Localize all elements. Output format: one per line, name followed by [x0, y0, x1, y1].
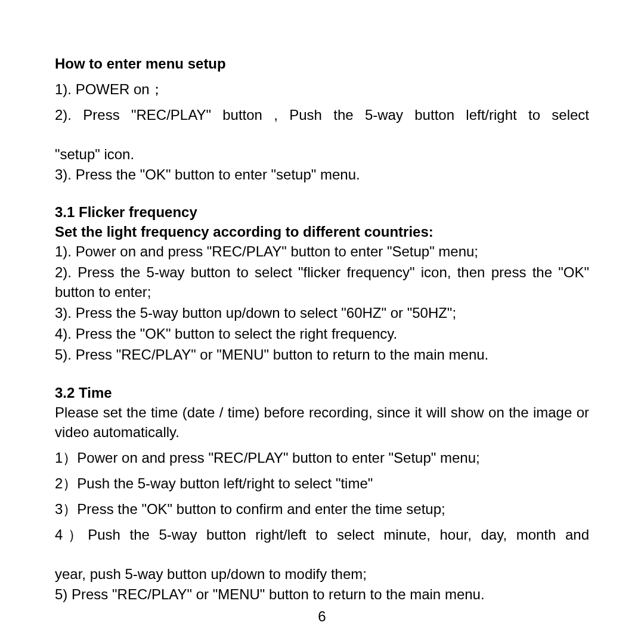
document-content: How to enter menu setup 1). POWER on； 2)…: [55, 54, 589, 604]
section3-step4: 4）Push the 5-way button right/left to se…: [55, 525, 589, 584]
section1-step2: 2). Press "REC/PLAY" button , Push the 5…: [55, 105, 589, 164]
section3-heading: 3.2 Time: [55, 383, 589, 402]
section3-step1: 1）Power on and press "REC/PLAY" button t…: [55, 448, 589, 467]
section3-step5: 5) Press "REC/PLAY" or "MENU" button to …: [55, 584, 589, 604]
page-number: 6: [0, 608, 644, 625]
section1-step2-line1: 2). Press "REC/PLAY" button , Push the 5…: [55, 105, 589, 144]
section3-intro: Please set the time (date / time) before…: [55, 402, 589, 442]
section2-step5: 5). Press "REC/PLAY" or "MENU" button to…: [55, 345, 589, 364]
section2-step1: 1). Power on and press "REC/PLAY" button…: [55, 242, 589, 261]
section3-step2: 2）Push the 5-way button left/right to se…: [55, 473, 589, 493]
section3-step4-line1: 4）Push the 5-way button right/left to se…: [55, 525, 589, 564]
section1-step3: 3). Press the "OK" button to enter "setu…: [55, 165, 589, 184]
section1-heading: How to enter menu setup: [55, 54, 589, 73]
section1-step1: 1). POWER on；: [55, 79, 589, 99]
section2-step2: 2). Press the 5-way button to select "fl…: [55, 262, 589, 302]
section2-subheading: Set the light frequency according to dif…: [55, 222, 589, 242]
section2-step3: 3). Press the 5-way button up/down to se…: [55, 303, 589, 323]
section2-heading: 3.1 Flicker frequency: [55, 202, 589, 222]
section2-step4: 4). Press the "OK" button to select the …: [55, 324, 589, 343]
section1-step2-line2: "setup" icon.: [55, 144, 589, 164]
section3-step4-line2: year, push 5-way button up/down to modif…: [55, 564, 589, 584]
section3-step3: 3）Press the "OK" button to confirm and e…: [55, 499, 589, 519]
